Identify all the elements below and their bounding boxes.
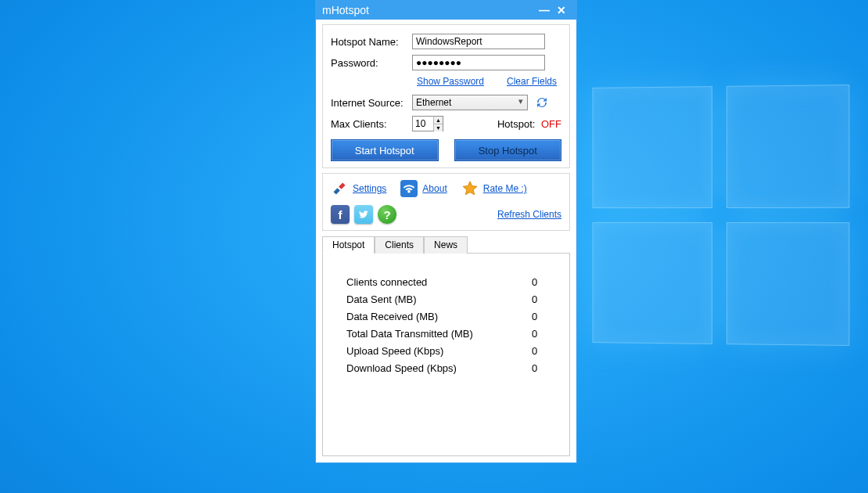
max-clients-stepper[interactable]: ▲▼ <box>412 116 443 131</box>
stat-row: Data Received (MB)0 <box>346 311 555 322</box>
password-label: Password: <box>331 57 412 69</box>
internet-source-label: Internet Source: <box>331 97 412 109</box>
stat-label: Total Data Transmitted (MB) <box>346 328 473 340</box>
password-input[interactable] <box>412 55 545 70</box>
stat-value: 0 <box>532 345 555 357</box>
stat-label: Download Speed (Kbps) <box>346 362 457 374</box>
stat-row: Data Sent (MB)0 <box>346 293 555 305</box>
help-icon[interactable]: ? <box>378 205 396 224</box>
stat-value: 0 <box>532 293 555 305</box>
clear-fields-link[interactable]: Clear Fields <box>507 76 557 87</box>
minimize-button[interactable]: — <box>536 4 553 16</box>
hotspot-name-label: Hotspot Name: <box>331 36 412 48</box>
tab-clients[interactable]: Clients <box>375 236 424 254</box>
settings-icon <box>331 180 348 197</box>
twitter-icon[interactable] <box>354 205 373 224</box>
refresh-sources-icon[interactable] <box>534 95 550 110</box>
windows-logo <box>593 85 850 346</box>
settings-link[interactable]: Settings <box>353 183 386 194</box>
rate-link[interactable]: Rate Me :) <box>483 183 527 194</box>
stat-value: 0 <box>532 276 555 288</box>
stat-value: 0 <box>532 328 555 340</box>
stat-label: Clients connected <box>346 276 427 288</box>
refresh-clients-link[interactable]: Refresh Clients <box>497 209 561 220</box>
tabs: Hotspot Clients News Clients connected0 … <box>322 236 570 456</box>
stat-row: Clients connected0 <box>346 276 555 288</box>
stepper-up[interactable]: ▲ <box>434 117 443 124</box>
hotspot-status-label: Hotspot: <box>497 118 535 130</box>
max-clients-label: Max Clients: <box>331 118 412 130</box>
about-link[interactable]: About <box>422 183 447 194</box>
show-password-link[interactable]: Show Password <box>417 76 484 87</box>
stat-label: Upload Speed (Kbps) <box>346 345 443 357</box>
tab-content: Clients connected0 Data Sent (MB)0 Data … <box>322 253 570 456</box>
facebook-icon[interactable]: f <box>331 205 350 224</box>
stat-value: 0 <box>532 362 555 374</box>
internet-source-select[interactable] <box>412 95 528 110</box>
stat-row: Upload Speed (Kbps)0 <box>346 345 555 357</box>
hotspot-name-input[interactable] <box>412 34 545 49</box>
stepper-down[interactable]: ▼ <box>434 124 443 131</box>
titlebar[interactable]: mHotspot — ✕ <box>316 1 576 20</box>
stat-label: Data Received (MB) <box>346 311 438 322</box>
stat-label: Data Sent (MB) <box>346 293 417 305</box>
star-icon <box>461 180 479 197</box>
config-panel: Hotspot Name: Password: Show Password Cl… <box>322 24 570 168</box>
stat-row: Total Data Transmitted (MB)0 <box>346 328 555 340</box>
stat-value: 0 <box>532 311 555 322</box>
links-panel: Settings About Rate Me :) f ? Ref <box>322 173 570 231</box>
start-hotspot-button[interactable]: Start Hotspot <box>331 139 439 161</box>
tab-hotspot[interactable]: Hotspot <box>322 236 375 254</box>
stop-hotspot-button[interactable]: Stop Hotspot <box>454 139 562 161</box>
window-title: mHotspot <box>322 4 536 16</box>
close-button[interactable]: ✕ <box>553 4 570 16</box>
wifi-icon <box>400 180 418 197</box>
hotspot-status-value: OFF <box>541 118 561 130</box>
tab-news[interactable]: News <box>424 236 468 254</box>
app-window: mHotspot — ✕ Hotspot Name: Password: Sho… <box>315 0 577 463</box>
max-clients-input[interactable] <box>413 117 433 131</box>
stat-row: Download Speed (Kbps)0 <box>346 362 555 374</box>
